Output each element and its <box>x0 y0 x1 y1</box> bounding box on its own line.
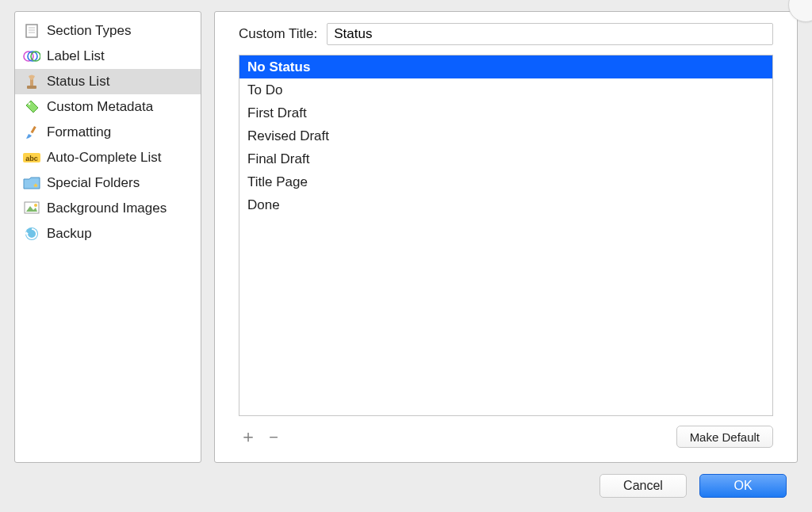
svg-rect-8 <box>30 79 33 86</box>
sidebar-item-special-folders[interactable]: Special Folders <box>15 170 201 196</box>
dialog-button-row: Cancel OK <box>0 463 812 512</box>
svg-rect-0 <box>26 25 37 37</box>
sidebar-item-label: Auto-Complete List <box>47 150 162 166</box>
folder-star-icon <box>23 174 40 192</box>
status-row-to-do[interactable]: To Do <box>239 78 772 101</box>
sidebar-item-label: Background Images <box>47 201 167 216</box>
sidebar-item-custom-metadata[interactable]: Custom Metadata <box>15 94 201 120</box>
sidebar-item-label: Section Types <box>47 23 131 39</box>
cancel-button[interactable]: Cancel <box>599 474 687 498</box>
abc-icon: abc <box>23 149 40 166</box>
sidebar-item-label: Custom Metadata <box>47 99 153 115</box>
status-row-final-draft[interactable]: Final Draft <box>239 147 772 170</box>
svg-text:abc: abc <box>25 155 38 162</box>
status-label: To Do <box>247 82 282 97</box>
tag-icon <box>23 98 40 116</box>
status-label: No Status <box>247 59 310 75</box>
make-default-button[interactable]: Make Default <box>676 426 773 448</box>
settings-panels: Section Types Label List Status List Cus… <box>0 0 812 463</box>
sidebar-item-label-list[interactable]: Label List <box>15 44 201 69</box>
sidebar-item-backup[interactable]: Backup <box>15 221 201 246</box>
status-label: First Draft <box>247 105 307 120</box>
image-icon <box>23 200 40 217</box>
status-list-icon <box>23 73 40 90</box>
status-list[interactable]: No Status To Do First Draft Revised Draf… <box>239 55 773 416</box>
custom-title-input[interactable] <box>327 23 773 45</box>
sidebar-item-section-types[interactable]: Section Types <box>15 18 201 44</box>
sidebar-item-auto-complete-list[interactable]: abc Auto-Complete List <box>15 145 201 170</box>
sidebar-item-label: Backup <box>47 226 92 242</box>
custom-title-label: Custom Title: <box>239 26 317 42</box>
status-row-first-draft[interactable]: First Draft <box>239 101 772 124</box>
settings-sidebar: Section Types Label List Status List Cus… <box>14 11 201 463</box>
sidebar-item-label: Label List <box>47 48 105 64</box>
paintbrush-icon <box>23 124 40 141</box>
status-row-revised-draft[interactable]: Revised Draft <box>239 124 772 147</box>
ok-button[interactable]: OK <box>699 474 787 498</box>
label-list-icon <box>23 48 40 65</box>
add-status-button[interactable]: ＋ <box>239 427 258 446</box>
status-label: Done <box>247 197 280 212</box>
sidebar-item-label: Formatting <box>47 124 111 140</box>
sidebar-item-formatting[interactable]: Formatting <box>15 120 201 145</box>
svg-rect-7 <box>27 86 36 89</box>
status-label: Title Page <box>247 174 308 189</box>
svg-rect-10 <box>31 126 36 133</box>
remove-status-button[interactable]: － <box>264 427 283 446</box>
status-row-done[interactable]: Done <box>239 193 772 216</box>
sidebar-item-status-list[interactable]: Status List <box>15 69 201 94</box>
status-list-panel: Custom Title: No Status To Do First Draf… <box>214 11 798 463</box>
custom-title-row: Custom Title: <box>239 23 773 45</box>
backup-icon <box>23 225 40 243</box>
status-label: Revised Draft <box>247 128 329 143</box>
svg-point-9 <box>29 103 31 105</box>
status-row-no-status[interactable]: No Status <box>239 55 772 78</box>
sidebar-item-background-images[interactable]: Background Images <box>15 196 201 221</box>
list-toolbar: ＋ － Make Default <box>239 426 773 448</box>
sidebar-item-label: Special Folders <box>47 175 140 191</box>
svg-point-16 <box>34 204 37 207</box>
status-row-title-page[interactable]: Title Page <box>239 170 772 193</box>
section-types-icon <box>23 22 40 40</box>
status-label: Final Draft <box>247 151 309 166</box>
sidebar-item-label: Status List <box>47 74 109 90</box>
